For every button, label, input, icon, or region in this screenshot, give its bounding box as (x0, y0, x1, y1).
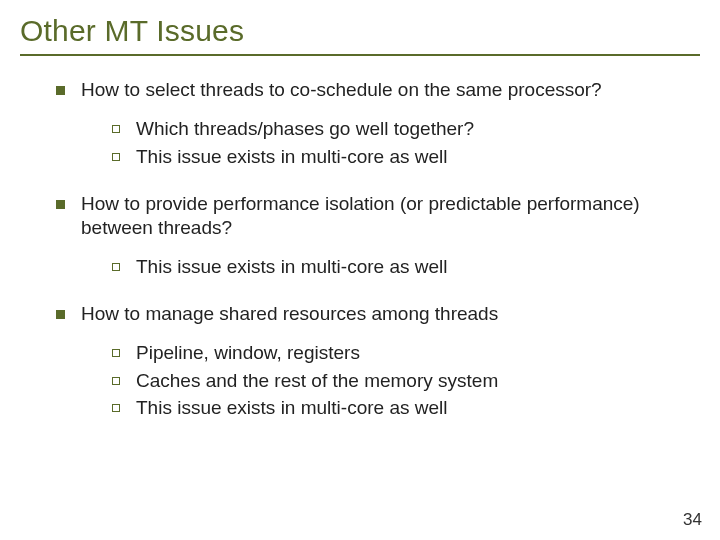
page-number: 34 (683, 510, 702, 530)
bullet-text: How to manage shared resources among thr… (81, 302, 498, 326)
spacer (20, 246, 700, 254)
hollow-square-bullet-icon (112, 404, 120, 412)
bullet-text: This issue exists in multi-core as well (136, 395, 447, 421)
spacer (20, 172, 700, 192)
bullet-level2: This issue exists in multi-core as well (112, 254, 700, 280)
bullet-text: Caches and the rest of the memory system (136, 368, 498, 394)
bullet-level2: This issue exists in multi-core as well (112, 144, 700, 170)
bullet-text: Which threads/phases go well together? (136, 116, 474, 142)
bullet-level1: How to select threads to co-schedule on … (56, 78, 700, 102)
bullet-text: How to provide performance isolation (or… (81, 192, 700, 241)
bullet-level2: Which threads/phases go well together? (112, 116, 700, 142)
bullet-text: This issue exists in multi-core as well (136, 254, 447, 280)
spacer (20, 108, 700, 116)
hollow-square-bullet-icon (112, 263, 120, 271)
bullet-level2: Pipeline, window, registers (112, 340, 700, 366)
bullet-level2: Caches and the rest of the memory system (112, 368, 700, 394)
bullet-text: Pipeline, window, registers (136, 340, 360, 366)
spacer (20, 332, 700, 340)
bullet-text: How to select threads to co-schedule on … (81, 78, 602, 102)
bullet-text: This issue exists in multi-core as well (136, 144, 447, 170)
bullet-level1: How to manage shared resources among thr… (56, 302, 700, 326)
hollow-square-bullet-icon (112, 377, 120, 385)
bullet-level1: How to provide performance isolation (or… (56, 192, 700, 241)
square-bullet-icon (56, 86, 65, 95)
spacer (20, 282, 700, 302)
bullet-level2: This issue exists in multi-core as well (112, 395, 700, 421)
title-rule (20, 54, 700, 56)
slide: Other MT Issues How to select threads to… (0, 0, 720, 540)
square-bullet-icon (56, 200, 65, 209)
hollow-square-bullet-icon (112, 349, 120, 357)
square-bullet-icon (56, 310, 65, 319)
hollow-square-bullet-icon (112, 125, 120, 133)
slide-title: Other MT Issues (20, 14, 700, 48)
hollow-square-bullet-icon (112, 153, 120, 161)
